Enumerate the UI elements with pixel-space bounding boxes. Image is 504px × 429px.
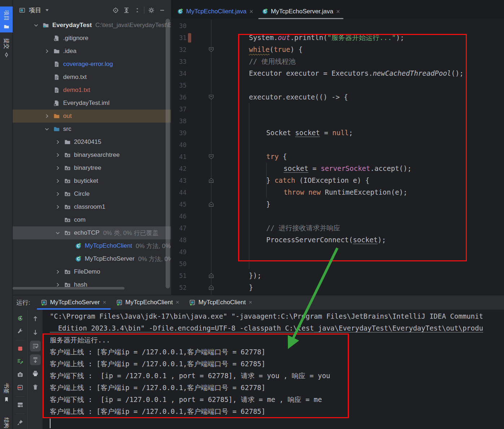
tree-item-buyticket[interactable]: buyticket: [13, 174, 171, 187]
stripe-tab-项目[interactable]: 项目: [0, 6, 13, 32]
code-line-40[interactable]: [215, 139, 504, 151]
code-line-32[interactable]: while(true) {: [215, 44, 504, 56]
fold-toggle-icon[interactable]: [208, 94, 214, 100]
arrow-down-button[interactable]: [30, 327, 41, 338]
code-area[interactable]: System.out.println("服务器开始运行...");while(t…: [215, 20, 504, 293]
chevron-right-icon[interactable]: [53, 165, 62, 171]
scroll-to-end-button[interactable]: [30, 354, 41, 365]
stripe-tab-书签[interactable]: 书签: [0, 379, 13, 405]
fold-toggle-icon[interactable]: [208, 177, 214, 183]
layout-button[interactable]: [15, 400, 26, 410]
tree-item-.idea[interactable]: .idea: [13, 45, 171, 58]
project-tree-vertical-scrollbar[interactable]: [166, 19, 170, 288]
code-line-52[interactable]: }: [215, 282, 504, 293]
tree-item-MyTcpEchoClient[interactable]: CMyTcpEchoClient0% 方法, 0% 行已覆盖: [13, 239, 171, 252]
fold-toggle-icon[interactable]: [208, 284, 214, 291]
tree-item-20240415[interactable]: 20240415: [13, 136, 171, 149]
clear-button[interactable]: [30, 382, 41, 393]
code-line-50[interactable]: [215, 258, 504, 270]
chevron-right-icon[interactable]: [53, 139, 62, 145]
chevron-right-icon[interactable]: [53, 152, 62, 158]
locate-button[interactable]: [110, 5, 121, 16]
code-line-37[interactable]: [215, 103, 504, 115]
fold-toggle-icon[interactable]: [208, 201, 214, 207]
tree-item-EverydayTest.iml[interactable]: EverydayTest.iml: [13, 97, 171, 110]
tree-item-src[interactable]: src: [13, 123, 171, 136]
rerun-coverage-button[interactable]: [15, 357, 26, 367]
expand-all-button[interactable]: [121, 5, 132, 16]
fold-toggle-icon[interactable]: [208, 47, 214, 53]
arrow-up-button[interactable]: [30, 313, 41, 324]
code-line-44[interactable]: throw new RuntimeException(e);: [215, 186, 504, 198]
tree-item-MyTcpEchoServer[interactable]: CMyTcpEchoServer0% 方法, 0% 行已覆盖: [13, 252, 171, 265]
pin-button[interactable]: [15, 417, 26, 428]
tree-item-EverydayTest[interactable]: EverydayTestC:\test_java\EverydayTest\E: [13, 19, 171, 32]
print-button[interactable]: [30, 368, 41, 379]
fold-toggle-icon[interactable]: [208, 154, 214, 160]
chevron-right-icon[interactable]: [53, 191, 62, 197]
tree-item-classroom1[interactable]: classroom1: [13, 200, 171, 213]
disconnect-button[interactable]: [15, 382, 26, 393]
code-line-38[interactable]: [215, 115, 504, 127]
thread-dump-button[interactable]: [15, 370, 26, 380]
chevron-down-icon[interactable]: [53, 230, 62, 236]
tree-item-out[interactable]: out: [13, 110, 171, 123]
chevron-down-icon[interactable]: [44, 7, 50, 13]
tree-item-demo.txt[interactable]: demo.txt: [13, 71, 171, 84]
close-icon[interactable]: ×: [336, 8, 340, 15]
collapse-all-button[interactable]: [132, 5, 143, 16]
chevron-down-icon[interactable]: [42, 126, 52, 132]
chevron-down-icon[interactable]: [31, 22, 41, 28]
fold-toggle-icon[interactable]: [208, 273, 214, 279]
soft-wrap-button[interactable]: [30, 341, 41, 351]
code-line-36[interactable]: executor.execute(() -> {: [215, 91, 504, 103]
stripe-tab-提交[interactable]: 提交: [0, 35, 13, 61]
code-line-34[interactable]: Executor executor = Executors.newCachedT…: [215, 67, 504, 79]
tree-item-FileDemo[interactable]: FileDemo: [13, 265, 171, 278]
code-line-47[interactable]: // 进行接收请求并响应: [215, 222, 504, 234]
settings-button[interactable]: [146, 5, 157, 16]
tree-item-demo1.txt[interactable]: demo1.txt: [13, 84, 171, 97]
code-line-30[interactable]: [215, 20, 504, 32]
code-line-33[interactable]: // 使用线程池: [215, 56, 504, 67]
tree-item-coverage-error.log[interactable]: coverage-error.log: [13, 58, 171, 71]
code-line-45[interactable]: }: [215, 198, 504, 210]
rerun-button[interactable]: [15, 313, 26, 323]
stripe-tab-结构[interactable]: 结构: [0, 414, 13, 429]
run-tab-MyTcpEchoServer[interactable]: MyTcpEchoServer ×: [36, 295, 111, 310]
code-line-51[interactable]: });: [215, 270, 504, 282]
code-line-46[interactable]: [215, 210, 504, 222]
code-line-48[interactable]: ProcessServerConnect(socket);: [215, 234, 504, 246]
code-line-31[interactable]: System.out.println("服务器开始运行...");: [215, 32, 504, 44]
close-icon[interactable]: ×: [249, 299, 252, 306]
close-icon[interactable]: ×: [249, 8, 253, 15]
minimize-button[interactable]: [157, 5, 167, 16]
tree-item-.gitignore[interactable]: .gitignore: [13, 32, 171, 45]
tree-item-binarytree[interactable]: binarytree: [13, 162, 171, 174]
chevron-right-icon[interactable]: [53, 269, 62, 275]
close-icon[interactable]: ×: [176, 299, 179, 306]
code-line-41[interactable]: try {: [215, 151, 504, 163]
tree-item-echoTCP[interactable]: echoTCP0% 类, 0% 行已覆盖: [13, 226, 171, 239]
code-line-39[interactable]: Socket socket = null;: [215, 127, 504, 139]
chevron-right-icon[interactable]: [53, 178, 62, 184]
chevron-right-icon[interactable]: [53, 204, 62, 210]
run-tab-MyTcpEchoClient[interactable]: MyTcpEchoClient ×: [184, 295, 257, 310]
editor-tab-MyTcpEchoClient.java[interactable]: C MyTcpEchoClient.java ×: [173, 4, 258, 19]
code-line-49[interactable]: [215, 246, 504, 258]
code-line-43[interactable]: } catch (IOException e) {: [215, 174, 504, 186]
code-line-42[interactable]: socket = serverSocket.accept();: [215, 163, 504, 174]
code-line-35[interactable]: [215, 79, 504, 91]
tree-item-com[interactable]: com: [13, 213, 171, 226]
tree-item-Circle[interactable]: Circle: [13, 187, 171, 200]
console[interactable]: "C:\Program Files\Java\jdk-17\bin\java.e…: [43, 310, 504, 429]
editor-tab-MyTcpEchoServer.java[interactable]: C MyTcpEchoServer.java ×: [258, 4, 344, 19]
tree-item-binarysearchtree[interactable]: binarysearchtree: [13, 149, 171, 162]
run-tab-MyTcpEchoClient[interactable]: MyTcpEchoClient ×: [111, 295, 184, 310]
chevron-right-icon[interactable]: [42, 48, 52, 54]
chevron-right-icon[interactable]: [42, 113, 52, 119]
close-icon[interactable]: ×: [103, 299, 106, 306]
stop-button[interactable]: [15, 344, 26, 354]
editor-body[interactable]: 30 31 32 33 34 35 36 37 38 39: [171, 19, 504, 295]
project-tree-horizontal-scrollbar[interactable]: [13, 287, 124, 289]
